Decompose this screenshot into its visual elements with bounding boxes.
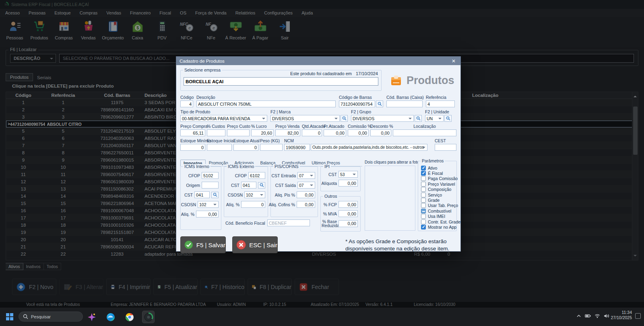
salvar-button[interactable]: F5 | Salvar (180, 236, 226, 253)
dialog-close-icon[interactable]: ✕ (450, 58, 457, 64)
tray-chevron-icon[interactable] (576, 314, 581, 318)
checkbox-icon[interactable] (421, 219, 426, 224)
estoque-minimo-input[interactable] (180, 144, 205, 151)
checkbox-icon[interactable] (421, 171, 426, 176)
checkbox-icon[interactable] (421, 203, 426, 208)
marca-search-icon[interactable] (341, 115, 348, 122)
lucro-input[interactable] (251, 129, 274, 136)
icms-int-cfop-input[interactable] (202, 172, 219, 179)
grupo-search-icon[interactable] (415, 115, 422, 122)
registered-info: Este produto foi cadastrado em 17/10/202… (290, 71, 378, 76)
taskbar-clock[interactable]: 11:34 27/10/2025 (611, 310, 632, 320)
empresa-input[interactable] (184, 77, 378, 86)
custos-input[interactable] (207, 129, 225, 136)
checkbox-icon[interactable] (421, 214, 426, 219)
icms-ext-aliq-input[interactable] (241, 201, 265, 208)
product-photo[interactable] (365, 166, 415, 231)
ncm-input[interactable] (284, 144, 310, 151)
volume-icon[interactable] (604, 314, 609, 318)
checkbox-icon[interactable] (421, 187, 426, 192)
browser-icon[interactable] (123, 311, 136, 323)
ipi-cst-select[interactable]: 53 (339, 171, 358, 178)
preco-venda-input[interactable] (275, 129, 300, 136)
parametro-checkbox[interactable]: Paga Comissão (421, 176, 456, 181)
mva-input[interactable] (339, 210, 358, 217)
pis-cst-entrada-select[interactable]: 07 (297, 172, 315, 179)
beneficio-fiscal-input[interactable] (267, 219, 310, 226)
erp-app-icon[interactable] (142, 311, 155, 323)
localizacao-input[interactable] (393, 129, 456, 136)
parametro-checkbox[interactable]: Combustível (421, 208, 456, 213)
icms-int-aliq-input[interactable] (196, 211, 219, 217)
icms-ext-cst-input[interactable] (241, 182, 256, 189)
clock-date: 27/10/2025 (611, 315, 632, 320)
pr-atacado-input[interactable] (324, 129, 346, 136)
edge-browser-icon[interactable] (104, 311, 117, 323)
desconto-input[interactable] (370, 129, 391, 136)
parametro-checkbox[interactable]: Grade (421, 197, 456, 203)
ncm-desc-select[interactable]: Outs.prods.de padaria,pastelaria,inds.de… (311, 144, 427, 151)
parametro-checkbox[interactable]: Ativo (421, 165, 456, 170)
search-placeholder: Pesquisar (31, 314, 51, 319)
base-reduzida-input[interactable] (339, 220, 358, 227)
preco-compra-input[interactable] (180, 129, 205, 136)
windows-icon (6, 313, 13, 320)
referencia-input[interactable] (426, 100, 455, 107)
unidade-search-icon[interactable] (444, 115, 452, 122)
aliq-cofins-input[interactable] (297, 201, 315, 208)
dialog-title-bar: Cadastro de Produtos ✕ (176, 57, 460, 65)
start-button[interactable] (4, 311, 15, 322)
cod-barras-caixa-input[interactable] (386, 100, 423, 107)
checkbox-icon[interactable] (421, 225, 426, 230)
battery-icon[interactable] (585, 314, 591, 318)
estoque-inicial-input[interactable] (207, 144, 232, 151)
grupo-select[interactable]: DIVERSOS (351, 115, 414, 122)
parametro-checkbox[interactable]: Contr. Est. Grade (421, 219, 456, 224)
notification-icon[interactable] (635, 313, 641, 319)
sair-button[interactable]: ESC | Sair (232, 236, 278, 253)
preco-custo-input[interactable] (227, 129, 250, 136)
icms-ext-cfop-input[interactable] (248, 172, 265, 179)
unidade-select[interactable]: UN (425, 115, 444, 122)
codigo-input[interactable] (180, 100, 193, 107)
checkbox-icon[interactable] (421, 166, 426, 170)
icms-ext-csosn-select[interactable]: 102 (244, 191, 265, 198)
icms-int-cst-search-icon[interactable] (211, 192, 219, 198)
qtd-atacado-input[interactable] (302, 129, 322, 136)
peso-input[interactable] (260, 144, 283, 151)
network-icon[interactable] (594, 314, 600, 318)
parametro-checkbox[interactable]: Usar Tab. Preço (421, 203, 456, 208)
pis-cst-saida-select[interactable]: 07 (297, 182, 315, 189)
cest-input[interactable] (435, 144, 456, 151)
estoque-atual-input[interactable] (233, 144, 258, 151)
comissao-input[interactable] (348, 129, 369, 136)
checkbox-icon[interactable] (421, 193, 426, 197)
icms-int-csosn-select[interactable]: 102 (198, 201, 219, 208)
descricao-input[interactable] (196, 100, 336, 107)
aliq-pis-input[interactable] (297, 191, 315, 198)
checkbox-icon[interactable] (421, 198, 426, 203)
taskbar-search[interactable]: Pesquisar (19, 312, 83, 322)
parametro-checkbox[interactable]: Preço Variavel (421, 181, 456, 187)
parametro-label: Usar Tab. Preço (428, 203, 458, 208)
fcp-input[interactable] (339, 201, 358, 208)
copilot-icon[interactable] (85, 311, 98, 323)
marca-select[interactable]: DIVERSOS (270, 115, 340, 122)
parametro-checkbox[interactable]: Composição (421, 187, 456, 192)
parametro-checkbox[interactable]: É Fiscal (421, 170, 456, 176)
checkbox-icon[interactable] (421, 182, 426, 187)
ipi-group: IPI CST53 Alíquota (320, 166, 361, 191)
icms-int-cst-input[interactable] (194, 191, 210, 198)
ncm-field: NCM Outs.prods.de padaria,pastelaria,ind… (284, 138, 427, 151)
icms-int-origem-input[interactable] (202, 182, 219, 189)
parametro-checkbox[interactable]: Usa IMEI (421, 214, 456, 219)
barcode-search-icon[interactable] (376, 100, 383, 107)
tipo-produto-select[interactable]: 00-MERCADORIA PARA REVENDA (180, 115, 267, 122)
parametro-checkbox[interactable]: Mostrar no App (421, 224, 456, 230)
parametro-checkbox[interactable]: Serviço (421, 192, 456, 197)
icms-ext-cst-search-icon[interactable] (258, 182, 265, 189)
checkbox-icon[interactable] (421, 176, 426, 181)
checkbox-icon[interactable] (421, 209, 426, 213)
ipi-aliquota-input[interactable] (339, 180, 358, 187)
cod-barras-input[interactable] (339, 100, 375, 107)
